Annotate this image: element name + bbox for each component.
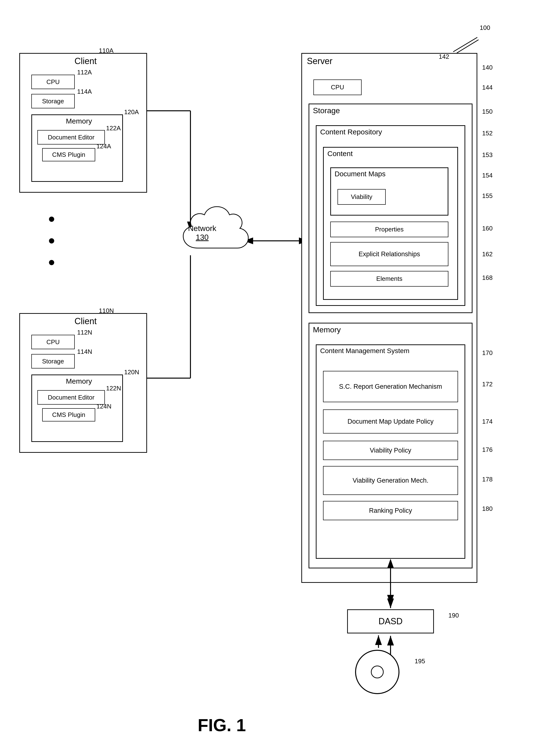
ref-162: 162 [482, 250, 493, 258]
client-a-cms-plugin: CMS Plugin [42, 148, 95, 161]
client-n-doc-editor: Document Editor [37, 390, 105, 405]
ref-122a: 122A [106, 125, 121, 132]
network-cloud: Network 130 [178, 200, 258, 267]
client-n-label: Client [75, 316, 97, 326]
client-a-label: Client [75, 56, 97, 66]
svg-line-15 [457, 40, 479, 53]
ref-112n: 112N [77, 329, 92, 336]
tape-reel [353, 648, 401, 696]
ref-144: 144 [482, 84, 493, 91]
ref-174: 174 [482, 418, 493, 425]
client-n-cms-plugin: CMS Plugin [42, 408, 95, 421]
ref-176: 176 [482, 446, 493, 454]
diagram: 100 Client CPU Storage Memory Document E… [0, 0, 560, 756]
content-label: Content [327, 150, 353, 158]
ref-152: 152 [482, 130, 493, 137]
ellipsis-dots: • [48, 210, 56, 229]
ref-160: 160 [482, 225, 493, 232]
svg-point-12 [371, 666, 383, 678]
ref-180: 180 [482, 505, 493, 512]
doc-maps-label: Document Maps [335, 170, 385, 178]
ref-124n: 124N [96, 403, 112, 410]
ref-110n: 110N [99, 307, 114, 315]
ref-154: 154 [482, 172, 493, 179]
ref-122n: 122N [106, 385, 121, 392]
server-explicit-rel: Explicit Relationships [330, 242, 448, 266]
client-n-cpu: CPU [31, 335, 75, 349]
dasd-box: DASD [347, 609, 434, 633]
figure-title: FIG. 1 [198, 715, 246, 735]
server-label: Server [307, 56, 333, 66]
server-storage-label: Storage [313, 106, 340, 115]
client-n-memory-label: Memory [66, 377, 92, 385]
client-a-storage: Storage [31, 94, 75, 108]
client-n-storage: Storage [31, 354, 75, 369]
ref-153: 153 [482, 151, 493, 159]
ref-172: 172 [482, 380, 493, 388]
ref-150: 150 [482, 108, 493, 115]
ref-120n: 120N [124, 369, 139, 376]
ref-155: 155 [482, 192, 493, 200]
server-memory-label: Memory [313, 326, 341, 334]
ref-195: 195 [415, 657, 425, 665]
server-viability-gen: Viability Generation Mech. [323, 466, 458, 495]
svg-line-10 [453, 37, 477, 52]
client-a-memory-label: Memory [66, 117, 92, 125]
server-doc-map-update: Document Map Update Policy [323, 410, 458, 434]
ref-114n: 114N [77, 348, 92, 356]
ref-100: 100 [480, 24, 490, 31]
network-ref: 130 [196, 233, 208, 241]
ref-170: 170 [482, 349, 493, 357]
ref-112a: 112A [77, 69, 92, 76]
tape-svg [353, 648, 401, 696]
ref-120a: 120A [124, 108, 139, 116]
server-properties: Properties [330, 222, 448, 237]
ellipsis-dots3: • [48, 253, 56, 272]
server-ranking-policy: Ranking Policy [323, 501, 458, 520]
client-a-doc-editor: Document Editor [37, 130, 105, 145]
content-repo-label: Content Repository [320, 128, 382, 136]
ellipsis-dots2: • [48, 231, 56, 250]
server-sc-report: S.C. Report Generation Mechanism [323, 371, 458, 402]
client-a-cpu: CPU [31, 75, 75, 89]
server-viability-policy: Viability Policy [323, 441, 458, 460]
ref-124a: 124A [96, 143, 111, 150]
ref-140: 140 [482, 64, 493, 71]
ref-110a: 110A [99, 47, 114, 55]
server-viability: Viability [338, 189, 386, 205]
ref-server-142: 142 [439, 53, 449, 60]
ref-190: 190 [448, 612, 459, 619]
server-elements: Elements [330, 271, 448, 287]
server-cpu: CPU [313, 80, 362, 95]
ref-114a: 114A [77, 88, 92, 96]
ref-168: 168 [482, 274, 493, 281]
network-label: Network 130 [188, 224, 216, 242]
ref-178: 178 [482, 476, 493, 483]
cms-label: Content Management System [320, 347, 409, 355]
